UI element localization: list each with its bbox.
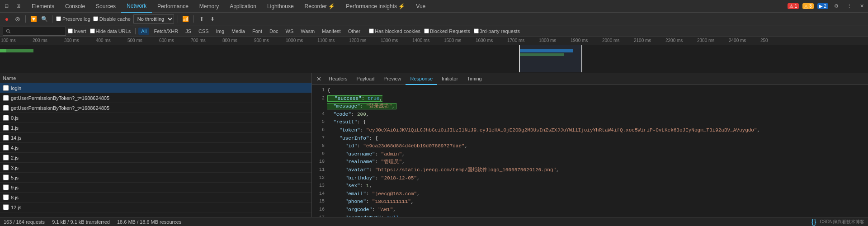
preserve-log-label[interactable]: Preserve log: [56, 16, 90, 22]
record-button[interactable]: ●: [3, 15, 11, 23]
row-checkbox-2js[interactable]: [3, 155, 9, 160]
tab-network[interactable]: Network: [121, 0, 152, 13]
tick-1700ms: 1700 ms: [506, 37, 538, 45]
row-checkbox-4js[interactable]: [3, 145, 9, 151]
request-list-scroll[interactable]: login getUserPermissionByToken?_t=168862…: [0, 83, 311, 217]
invert-check[interactable]: Invert: [68, 28, 86, 34]
tab-payload[interactable]: Payload: [352, 73, 379, 85]
filter-button[interactable]: 🔽: [29, 15, 38, 23]
row-checkbox-0js[interactable]: [3, 115, 9, 121]
tab-console[interactable]: Console: [60, 0, 90, 13]
invert-checkbox[interactable]: [68, 28, 73, 33]
tab-performance-insights[interactable]: Performance insights ⚡: [340, 0, 410, 13]
import-button[interactable]: ⬆: [198, 15, 206, 23]
request-row-login[interactable]: login: [0, 83, 311, 93]
tab-lighthouse[interactable]: Lighthouse: [262, 0, 299, 13]
line-content-16: "orgCode": "A01",: [327, 206, 396, 214]
settings-icon[interactable]: ⚙: [832, 2, 841, 11]
filter-type-doc[interactable]: Doc: [267, 28, 281, 35]
has-blocked-cookies-checkbox[interactable]: [369, 28, 374, 33]
row-checkbox-9js[interactable]: [3, 184, 9, 190]
filter-type-media[interactable]: Media: [229, 28, 248, 35]
tick-1800ms: 1800 ms: [538, 37, 570, 45]
request-row-5js[interactable]: 5.js: [0, 173, 311, 183]
has-blocked-cookies-check[interactable]: Has blocked cookies: [369, 28, 420, 34]
disable-cache-label[interactable]: Disable cache: [93, 16, 131, 22]
row-checkbox-2[interactable]: [3, 105, 9, 111]
stop-button[interactable]: ⊗: [14, 15, 22, 23]
tab-timing[interactable]: Timing: [462, 73, 486, 85]
tab-recorder[interactable]: Recorder ⚡: [299, 0, 341, 13]
line-num-9: 9: [316, 151, 325, 159]
request-row-1[interactable]: getUserPermissionByToken?_t=1688624805: [0, 93, 311, 103]
request-row-12js[interactable]: 12.js: [0, 202, 311, 212]
request-row-8js[interactable]: 8.js: [0, 193, 311, 202]
more-menu-icon[interactable]: ⋮: [844, 2, 854, 11]
third-party-check[interactable]: 3rd-party requests: [474, 28, 520, 34]
tick-300ms: 300 ms: [63, 37, 95, 45]
tab-sources[interactable]: Sources: [90, 0, 121, 13]
hide-data-urls-checkbox[interactable]: [90, 28, 95, 33]
tab-application[interactable]: Application: [224, 0, 262, 13]
tab-memory[interactable]: Memory: [194, 0, 224, 13]
filter-input[interactable]: [13, 28, 63, 34]
request-row-4js[interactable]: 4.js: [0, 143, 311, 153]
throttling-select[interactable]: No throttling: [133, 14, 174, 24]
tab-elements[interactable]: Elements: [26, 0, 60, 13]
row-checkbox-8js[interactable]: [3, 194, 9, 200]
format-json-icon[interactable]: {}: [811, 218, 816, 226]
line-content-4: "code": 200,: [327, 111, 369, 119]
request-row-9js[interactable]: 9.js: [0, 183, 311, 193]
blocked-requests-checkbox[interactable]: [424, 28, 429, 33]
close-devtools-icon[interactable]: ✕: [857, 2, 866, 11]
request-row-2[interactable]: getUserPermissionByToken?_t=1688624805: [0, 103, 311, 113]
filter-type-css[interactable]: CSS: [196, 28, 212, 35]
row-checkbox-5js[interactable]: [3, 174, 9, 180]
blocked-requests-check[interactable]: Blocked Requests: [424, 28, 470, 34]
search-button[interactable]: 🔍: [40, 15, 48, 23]
row-checkbox-14js[interactable]: [3, 135, 9, 141]
filter-type-wasm[interactable]: Wasm: [298, 28, 317, 35]
filter-type-all[interactable]: All: [138, 28, 149, 35]
tab-response[interactable]: Response: [406, 73, 437, 85]
row-checkbox-login[interactable]: [3, 85, 9, 91]
filter-type-ws[interactable]: WS: [283, 28, 297, 35]
filter-type-img[interactable]: Img: [213, 28, 227, 35]
request-row-1js[interactable]: 1.js: [0, 123, 311, 133]
more-icon[interactable]: ⊞: [14, 2, 23, 11]
row-checkbox-3js[interactable]: [3, 165, 9, 170]
preserve-log-checkbox[interactable]: [56, 16, 61, 21]
dock-icon[interactable]: ⊟: [2, 2, 11, 11]
filter-type-font[interactable]: Font: [250, 28, 265, 35]
request-row-3js[interactable]: 3.js: [0, 163, 311, 173]
line-content-17: "orgCodeTxt": null,: [327, 214, 402, 217]
tab-headers[interactable]: Headers: [324, 73, 352, 85]
hide-data-urls-check[interactable]: Hide data URLs: [90, 28, 131, 34]
tab-vue[interactable]: Vue: [410, 0, 431, 13]
filter-type-other[interactable]: Other: [345, 28, 363, 35]
online-icon[interactable]: 📶: [182, 15, 190, 23]
json-line-12: 12 "birthday": "2018-12-05",: [316, 174, 864, 183]
filter-type-manifest[interactable]: Manifest: [319, 28, 344, 35]
request-row-14js[interactable]: 14.js: [0, 133, 311, 143]
request-row-2js[interactable]: 2.js: [0, 153, 311, 163]
row-checkbox-12js[interactable]: [3, 204, 9, 210]
filter-type-js[interactable]: JS: [183, 28, 194, 35]
filter-type-fetch[interactable]: Fetch/XHR: [151, 28, 181, 35]
line-num-1: 1: [316, 87, 325, 95]
request-row-0js[interactable]: 0.js: [0, 113, 311, 123]
row-checkbox-1[interactable]: [3, 95, 9, 101]
timeline-selection[interactable]: [519, 45, 582, 72]
third-party-checkbox[interactable]: [474, 28, 479, 33]
response-body[interactable]: 1 { 2 "success": true, "message": "登录成功"…: [312, 85, 868, 217]
tab-performance[interactable]: Performance: [152, 0, 194, 13]
tick-1500ms: 1500 ms: [443, 37, 475, 45]
tab-initiator[interactable]: Initiator: [437, 73, 462, 85]
line-num-12: 12: [316, 174, 325, 183]
close-response-panel[interactable]: ✕: [314, 75, 324, 82]
filter-search-box[interactable]: [3, 27, 66, 36]
disable-cache-checkbox[interactable]: [93, 16, 98, 21]
tab-preview[interactable]: Preview: [379, 73, 406, 85]
export-button[interactable]: ⬇: [208, 15, 217, 23]
row-checkbox-1js[interactable]: [3, 125, 9, 131]
